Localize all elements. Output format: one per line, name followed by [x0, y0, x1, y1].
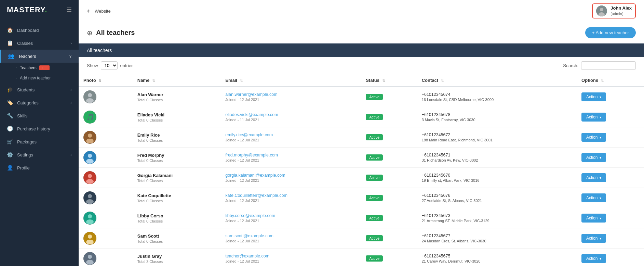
action-button[interactable]: Action ▾	[581, 153, 606, 162]
sidebar-item-purchase-history[interactable]: 🕐 Purchase history	[0, 122, 79, 135]
teacher-classes: Total 3 Classes	[137, 259, 216, 264]
sort-icon: ⇅	[98, 79, 101, 83]
sidebar-sub-item-teachers[interactable]: • Teachers	[0, 63, 79, 73]
action-label: Action	[586, 216, 598, 220]
sidebar-item-classes[interactable]: 📋 Classes ›	[0, 37, 79, 50]
sidebar-item-skills[interactable]: 🔧 Skills	[0, 109, 79, 122]
purchase-history-icon: 🕐	[7, 126, 13, 132]
action-button[interactable]: Action ▾	[581, 234, 606, 243]
sidebar-item-label: Students	[17, 87, 35, 92]
action-chevron-icon: ▾	[600, 115, 601, 119]
svg-point-2	[599, 12, 605, 16]
show-entries: Show 10 25 50 entries	[87, 61, 134, 70]
teacher-avatar	[83, 151, 96, 164]
teacher-name: Sam Scott	[137, 233, 216, 239]
svg-point-9	[88, 134, 92, 138]
students-icon: 🎓	[7, 87, 13, 93]
col-status[interactable]: Status ⇅	[361, 74, 417, 87]
teacher-email: eliades.vicki@example.com	[225, 112, 356, 117]
sort-icon: ⇅	[240, 79, 243, 83]
teacher-joined: Joined - 12 Jul 2021	[225, 199, 356, 203]
teacher-email-cell: teacher@example.com Joined - 12 Jul 2021	[220, 249, 361, 266]
search-input[interactable]	[581, 61, 636, 70]
action-button[interactable]: Action ▾	[581, 214, 606, 223]
sidebar-item-label: Teachers	[18, 54, 36, 59]
logo-text: MASTERY.	[7, 5, 47, 14]
teacher-name-cell: Justin Gray Total 3 Classes	[133, 249, 221, 266]
teacher-name-cell: Eliades Vicki Total 0 Classes	[133, 107, 221, 127]
teacher-name: Libby Corso	[137, 213, 216, 218]
action-button[interactable]: Action ▾	[581, 193, 606, 202]
action-button[interactable]: Action ▾	[581, 92, 606, 101]
user-card[interactable]: John Alex (admin)	[592, 3, 636, 18]
add-new-teacher-button[interactable]: + Add new teacher	[585, 27, 636, 38]
sidebar-nav: 🏠 Dashboard 📋 Classes › 👥 Teachers ∨ • T…	[0, 20, 79, 266]
classes-icon: 📋	[7, 40, 13, 46]
action-chevron-icon: ▾	[600, 176, 601, 180]
action-button[interactable]: Action ▾	[581, 113, 606, 122]
table-header-bar: All teachers	[79, 43, 644, 57]
col-name[interactable]: Name ⇅	[133, 74, 221, 87]
table-row: Sam Scott Total 0 Classes sam.scott@exam…	[79, 228, 644, 249]
col-email[interactable]: Email ⇅	[220, 74, 361, 87]
teacher-photo-cell	[79, 168, 133, 188]
sidebar-item-dashboard[interactable]: 🏠 Dashboard	[0, 24, 79, 37]
teacher-name: Gorgia Kalamani	[137, 173, 216, 178]
teacher-avatar	[83, 232, 96, 245]
hamburger-icon[interactable]: ☰	[66, 6, 72, 14]
svg-point-4	[88, 93, 92, 97]
sidebar-item-packages[interactable]: 🛒 Packages	[0, 135, 79, 148]
table-row: Kate Coquillette Total 0 Classes kate.Co…	[79, 188, 644, 208]
sub-item-dot: •	[16, 77, 17, 79]
teacher-name-cell: Alan Warner Total 0 Classes	[133, 87, 221, 107]
teacher-photo-cell	[79, 127, 133, 148]
svg-point-13	[86, 159, 94, 164]
sidebar-item-teachers[interactable]: 👥 Teachers ∨	[0, 50, 79, 63]
teacher-options-cell: Action ▾	[577, 127, 644, 148]
svg-point-28	[86, 260, 94, 265]
content-area: All teachers Show 10 25 50 entries Searc…	[79, 43, 644, 266]
status-badge: Active	[366, 215, 383, 221]
teacher-avatar	[83, 90, 96, 103]
teacher-photo-cell	[79, 148, 133, 168]
action-button[interactable]: Action ▾	[581, 133, 606, 142]
sidebar-sub-item-add-teacher[interactable]: • Add new teacher	[0, 73, 79, 83]
action-button[interactable]: Action ▾	[581, 173, 606, 182]
sidebar-item-profile[interactable]: 👤 Profile	[0, 161, 79, 174]
table-row: Gorgia Kalamani Total 0 Classes gorgia.k…	[79, 168, 644, 188]
entries-select[interactable]: 10 25 50	[101, 61, 118, 70]
teacher-email: alan.warner@example.com	[225, 92, 356, 97]
col-contact[interactable]: Contact ⇅	[417, 74, 577, 87]
sort-icon: ⇅	[441, 79, 444, 83]
page-header: ⊕ All teachers + Add new teacher	[79, 22, 644, 43]
teacher-address: 19 Emilly st, Albart Park, VIC-3016	[422, 178, 572, 182]
categories-icon: 🏷️	[7, 100, 13, 106]
sort-icon: ⇅	[152, 79, 155, 83]
teacher-options-cell: Action ▾	[577, 107, 644, 127]
sidebar-item-settings[interactable]: ⚙️ Settings ›	[0, 148, 79, 161]
table-row: Libby Corso Total 0 Classes libby.corso@…	[79, 208, 644, 228]
teacher-photo-cell	[79, 208, 133, 228]
teacher-joined: Joined - 12 Jul 2021	[225, 239, 356, 243]
teacher-status-cell: Active	[361, 148, 417, 168]
chevron-right-icon: ›	[70, 88, 72, 92]
status-badge: Active	[366, 195, 383, 201]
teacher-classes: Total 0 Classes	[137, 118, 216, 122]
page-title-row: ⊕ All teachers	[87, 29, 135, 37]
status-badge: Active	[366, 154, 383, 161]
teacher-classes: Total 0 Classes	[137, 138, 216, 142]
teacher-address: 31 Richardson Av, Kew, VIC-3002	[422, 158, 572, 162]
sidebar-item-students[interactable]: 🎓 Students ›	[0, 83, 79, 96]
col-photo[interactable]: Photo ⇅	[79, 74, 133, 87]
teacher-email-cell: emily.rice@example.com Joined - 12 Jul 2…	[220, 127, 361, 148]
teacher-options-cell: Action ▾	[577, 208, 644, 228]
teacher-contact-cell: +61012345678 3 Mavis St, Footscray, VIC …	[417, 107, 577, 127]
table-row: Justin Gray Total 3 Classes teacher@exam…	[79, 249, 644, 266]
table-row: Fred Morphy Total 0 Classes fred.morphy@…	[79, 148, 644, 168]
action-chevron-icon: ▾	[600, 257, 601, 261]
teacher-status-cell: Active	[361, 107, 417, 127]
sidebar-item-categories[interactable]: 🏷️ Categories ›	[0, 96, 79, 109]
svg-point-5	[86, 98, 94, 103]
action-button[interactable]: Action ▾	[581, 254, 606, 263]
website-icon: ✈	[87, 9, 91, 14]
